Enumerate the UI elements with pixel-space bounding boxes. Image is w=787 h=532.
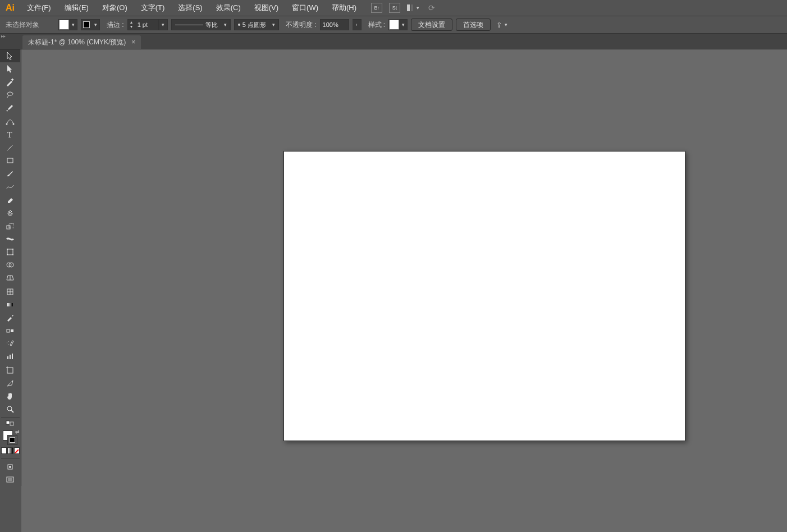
fill-color-swatch[interactable]: ▾ (58, 19, 77, 30)
brush-dot-icon (238, 24, 240, 26)
shaper-tool[interactable] (0, 180, 20, 192)
swap-fill-stroke-icon[interactable]: ⇄ (15, 429, 20, 434)
menu-help[interactable]: 帮助(H) (325, 0, 363, 16)
document-setup-button[interactable]: 文档设置 (411, 19, 452, 31)
tools-panel: T ⇄ (0, 49, 21, 486)
shape-builder-tool[interactable] (0, 258, 20, 271)
svg-rect-5 (7, 158, 13, 163)
svg-point-32 (9, 466, 11, 468)
hand-tool[interactable] (0, 389, 20, 402)
stroke-profile-preview-icon (175, 25, 203, 25)
panel-collapse-handle[interactable]: ▸▸ (0, 34, 22, 38)
artboard[interactable] (283, 151, 685, 441)
svg-line-28 (11, 410, 13, 412)
svg-rect-23 (12, 354, 13, 359)
svg-line-4 (7, 145, 13, 150)
opacity-input[interactable] (320, 19, 349, 30)
document-tab[interactable]: 未标题-1* @ 100% (CMYK/预览) × (22, 35, 141, 49)
chevron-down-icon: ▾ (399, 20, 407, 30)
variable-width-profile[interactable]: 等比 ▾ (171, 19, 231, 30)
fill-stroke-swatches[interactable]: ⇄ (0, 428, 21, 446)
gradient-tool[interactable] (0, 298, 20, 311)
sync-settings-icon[interactable]: ⟳ (426, 3, 437, 12)
bridge-icon[interactable]: Br (371, 3, 382, 13)
column-graph-tool[interactable] (0, 350, 20, 363)
align-panel-icon[interactable]: ⇪ ▾ (496, 21, 507, 29)
svg-rect-21 (7, 356, 8, 359)
mesh-tool[interactable] (0, 285, 20, 298)
blend-tool[interactable] (0, 324, 20, 337)
variable-width-label: 等比 (205, 21, 218, 29)
chevron-down-icon: ▾ (221, 19, 230, 30)
graphic-style-swatch[interactable]: ▾ (388, 19, 408, 30)
scale-tool[interactable] (0, 219, 20, 232)
magic-wand-tool[interactable] (0, 75, 20, 88)
stroke-color-icon[interactable] (7, 435, 17, 445)
chevron-down-icon[interactable]: ▾ (159, 19, 168, 30)
svg-rect-6 (7, 226, 10, 229)
arrange-documents-icon[interactable]: ▾ (407, 4, 419, 12)
rotate-tool[interactable] (0, 207, 20, 219)
lasso-tool[interactable] (0, 88, 20, 101)
pen-tool[interactable] (0, 102, 20, 115)
color-none-icon[interactable] (14, 447, 20, 454)
svg-rect-20 (11, 329, 13, 332)
stepper-arrows-icon[interactable]: ▴▾ (127, 19, 135, 30)
direct-selection-tool[interactable] (0, 62, 20, 75)
svg-rect-34 (8, 478, 12, 481)
artboard-tool[interactable] (0, 364, 20, 377)
brush-label: 5 点圆形 (242, 21, 266, 29)
rectangle-tool[interactable] (0, 154, 20, 167)
stroke-swatch-icon (81, 20, 91, 30)
slice-tool[interactable] (0, 377, 20, 389)
svg-point-0 (7, 92, 13, 95)
svg-text:T: T (7, 131, 12, 139)
draw-mode-normal-icon[interactable] (0, 460, 20, 473)
canvas-area[interactable] (21, 49, 787, 532)
stroke-weight-stepper[interactable]: ▴▾ ▾ (127, 19, 168, 30)
menu-window[interactable]: 窗口(W) (285, 0, 325, 16)
color-mode-row (0, 447, 21, 456)
fill-stroke-toggle-icon[interactable] (0, 419, 20, 427)
app-logo: Ai (0, 0, 20, 16)
perspective-grid-tool[interactable] (0, 271, 20, 284)
color-solid-icon[interactable] (1, 447, 7, 454)
eyedropper-tool[interactable] (0, 311, 20, 324)
menu-file[interactable]: 文件(F) (20, 0, 58, 16)
menu-select[interactable]: 选择(S) (171, 0, 209, 16)
color-gradient-icon[interactable] (7, 447, 13, 454)
svg-rect-24 (7, 368, 13, 373)
close-icon[interactable]: × (131, 38, 135, 46)
brush-definition[interactable]: 5 点圆形 ▾ (234, 19, 279, 30)
screen-mode-icon[interactable] (0, 473, 20, 486)
svg-rect-19 (7, 329, 10, 332)
menu-edit[interactable]: 编辑(E) (58, 0, 95, 16)
menu-bar: Ai 文件(F) 编辑(E) 对象(O) 文字(T) 选择(S) 效果(C) 视… (0, 0, 787, 16)
free-transform-tool[interactable] (0, 245, 20, 258)
selection-tool[interactable] (0, 49, 20, 62)
stroke-color-swatch[interactable]: ▾ (81, 19, 100, 30)
type-tool[interactable]: T (0, 128, 20, 141)
width-tool[interactable] (0, 232, 20, 245)
menu-view[interactable]: 视图(V) (248, 0, 285, 16)
menu-effect[interactable]: 效果(C) (209, 0, 248, 16)
menu-type[interactable]: 文字(T) (134, 0, 172, 16)
eraser-tool[interactable] (0, 192, 20, 205)
symbol-sprayer-tool[interactable] (0, 337, 20, 350)
svg-point-2 (13, 123, 15, 125)
stock-icon[interactable]: St (389, 3, 400, 13)
svg-point-27 (7, 406, 12, 411)
menu-object[interactable]: 对象(O) (95, 0, 134, 16)
paintbrush-tool[interactable] (0, 167, 20, 180)
line-segment-tool[interactable] (0, 141, 20, 154)
svg-point-12 (12, 254, 13, 255)
stroke-weight-input[interactable] (135, 19, 159, 30)
preferences-button[interactable]: 首选项 (456, 19, 491, 31)
svg-rect-22 (10, 355, 11, 359)
opacity-expand-icon[interactable]: › (353, 19, 362, 30)
menu-right-icons: Br St ▾ ⟳ (371, 3, 437, 13)
document-tab-strip: 未标题-1* @ 100% (CMYK/预览) × (0, 34, 787, 49)
zoom-tool[interactable] (0, 402, 20, 415)
opacity-label: 不透明度 : (286, 20, 317, 30)
curvature-tool[interactable] (0, 115, 20, 128)
